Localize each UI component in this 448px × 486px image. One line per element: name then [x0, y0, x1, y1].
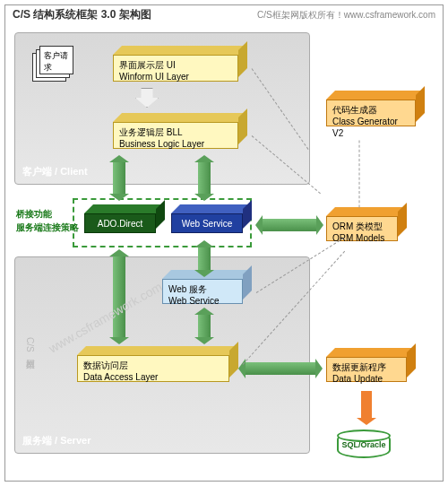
dal-cn: 数据访问层	[83, 360, 223, 371]
copyright-text: C/S框架网版权所有！www.csframework.com	[257, 9, 435, 22]
arrow-ws-wsserver	[198, 247, 211, 270]
ws-bridge-label: Web Service	[171, 213, 243, 233]
arrow-update-db	[361, 391, 372, 418]
ws-server-en: Web Service	[168, 295, 237, 307]
bll-layer-box: 业务逻辑层 BLL Business Logic Layer	[113, 113, 238, 140]
ws-server-cn: Web 服务	[168, 283, 237, 295]
client-panel-label: 客户端 / Client	[22, 165, 88, 178]
generator-en: Class Generator V2	[332, 116, 409, 139]
data-update-box: 数据更新程序 Data Update	[326, 348, 407, 373]
orm-box: ORM 类模型 ORM Models	[326, 207, 398, 232]
ado-direct-box: ADO.Direct	[84, 204, 156, 224]
bll-layer-en: Business Logic Layer	[119, 138, 232, 150]
generator-cn: 代码生成器	[332, 104, 409, 116]
diagram-frame: C/S 结构系统框架 3.0 架构图 C/S框架网版权所有！www.csfram…	[4, 4, 444, 482]
database-cylinder: SQL/Oracle	[337, 431, 391, 458]
arrow-ado-dal	[113, 256, 125, 337]
orm-cn: ORM 类模型	[332, 221, 392, 232]
dal-en: Data Access Layer	[83, 371, 223, 383]
bridge-label: 桥接功能 服务端连接策略	[16, 207, 79, 234]
arrow-bridge-orm	[263, 219, 316, 231]
dash-gen-orm	[359, 141, 360, 208]
code-generator-box: 代码生成器 Class Generator V2	[326, 91, 416, 117]
diagram-title: C/S 结构系统框架 3.0 架构图	[13, 7, 151, 22]
arrow-bll-ws	[198, 162, 211, 194]
bll-layer-cn: 业务逻辑层 BLL	[119, 126, 232, 138]
arrow-wsserver-dal	[198, 315, 211, 337]
ui-layer-en: Winform UI Layer	[119, 71, 232, 82]
update-cn: 数据更新程序	[332, 361, 401, 373]
ado-label: ADO.Direct	[84, 213, 156, 233]
watermark-brand: C/S框架网	[23, 337, 36, 352]
arrow-dal-update	[246, 362, 315, 375]
server-panel-label: 服务端 / Server	[22, 434, 90, 447]
request-docs-icon: 客户请求	[32, 46, 77, 82]
db-label: SQL/Oracle	[341, 440, 385, 449]
arrow-bll-ado	[113, 162, 125, 194]
ui-layer-box: 界面展示层 UI Winform UI Layer	[113, 46, 238, 73]
request-label: 客户请求	[39, 46, 73, 74]
update-en: Data Update	[332, 373, 401, 385]
web-service-bridge-box: Web Service	[171, 204, 243, 224]
dal-box: 数据访问层 Data Access Layer	[77, 346, 229, 373]
ui-layer-cn: 界面展示层 UI	[119, 59, 232, 71]
